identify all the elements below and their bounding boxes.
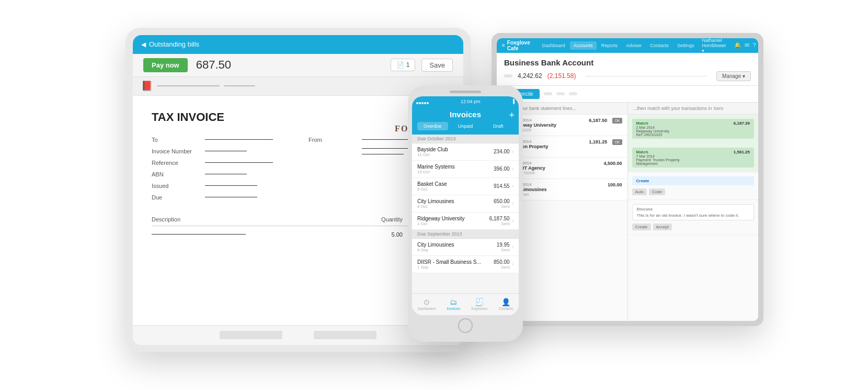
nav-accounts[interactable]: Accounts <box>570 41 597 50</box>
help-icon[interactable]: ? <box>752 42 756 49</box>
amount-display: 687.50 <box>196 58 231 72</box>
list-item-bayside[interactable]: Bayside Club 11 Oct 234.00 › <box>412 143 519 161</box>
account-stats: 4,242.62 (2,151.58) Manage ▾ <box>504 71 751 81</box>
pdf-icon: 📕 <box>141 80 153 92</box>
reconcile-bar: Reconcile <box>497 86 758 103</box>
field-invoice-number: Invoice Number <box>152 148 288 154</box>
field-issued: Issued <box>152 183 288 189</box>
section-sep: Due September 2013 <box>412 230 519 239</box>
bell-icon[interactable]: 🔔 <box>734 42 741 49</box>
monitor-nav[interactable]: Dashboard Accounts Reports Adviser Conta… <box>539 41 698 50</box>
pdf-filename-line <box>157 85 220 86</box>
nav-settings[interactable]: Settings <box>673 41 698 50</box>
discuss-card[interactable]: Discuss This is for an old invoice. I wa… <box>632 204 755 220</box>
tablet-top-bar: ◀ Outstanding bills <box>133 35 463 54</box>
split-right-header: ...then match with your transactions in … <box>628 103 759 115</box>
phone-screen: 12:04 pm ▐ Invoices + Overdue Unpaid Dra… <box>412 96 519 315</box>
phone-time: 12:04 pm <box>431 99 509 104</box>
ok-badge-1: OK <box>612 118 622 124</box>
action-chip2[interactable]: Code <box>649 188 665 195</box>
stat-chip1 <box>504 74 512 77</box>
back-arrow-icon[interactable]: ◀ <box>141 41 146 48</box>
tablet-bottom-btn1[interactable] <box>220 331 282 339</box>
phone-bottom-nav: ⊙ Dashboard 🗂 Invoices 🧾 Expenses 👤 Cont… <box>412 293 519 315</box>
nav-dashboard[interactable]: Dashboard <box>539 41 569 50</box>
manage-button[interactable]: Manage ▾ <box>716 71 751 81</box>
invoice-table-header: Description Quantity Unit Price <box>152 216 444 226</box>
invoice-col-left: To Invoice Number Reference ABN <box>152 137 288 206</box>
file-icon: 📄 <box>396 61 404 69</box>
create-card[interactable]: Create <box>632 176 755 185</box>
list-item-city-sep[interactable]: City Limousines 8 Sep 19.95 Sent › <box>412 239 519 256</box>
invoice-table-row: 5.00 125.00 <box>152 229 444 240</box>
file-count: 1 <box>406 61 410 69</box>
nav-contacts[interactable]: Contacts <box>646 41 672 50</box>
list-item-basket[interactable]: Basket Case 9 Oct 914.55 › <box>412 178 519 195</box>
pay-now-button[interactable]: Pay now <box>143 58 188 72</box>
list-item-diisr[interactable]: DIISR - Small Business S... 1 Sep 850.00… <box>412 256 519 273</box>
invoices-title: Invoices <box>417 110 513 119</box>
list-item-ridgeway[interactable]: Ridgeway University 1 Oct 6,187.50 Sent … <box>412 213 519 230</box>
stat-value1: 4,242.62 <box>518 72 542 80</box>
monitor-top-bar: ≡ Foxglove Cafe Dashboard Accounts Repor… <box>497 38 758 53</box>
page-title: Business Bank Account <box>504 58 751 67</box>
list-item-marine[interactable]: Marine Systems 10 Oct 396.00 › <box>412 161 519 178</box>
nav-dashboard[interactable]: ⊙ Dashboard <box>418 298 436 310</box>
match-group-2: Match 1,581.25 7 Mar 2014 Payment: Truxt… <box>628 143 759 172</box>
split-right-panel: ...then match with your transactions in … <box>628 103 759 321</box>
action-chip1[interactable]: Auto <box>632 188 647 195</box>
action-chip3[interactable]: Create <box>632 224 651 230</box>
tablet-action-bar: Pay now 687.50 📄 1 Save <box>133 54 463 77</box>
pdf-line2 <box>224 85 255 86</box>
phone-speaker <box>450 91 481 93</box>
match-card-2[interactable]: Match 1,581.25 7 Mar 2014 Payment: Truxt… <box>632 148 755 168</box>
monitor-icons: 🔔 ✉ ? <box>734 42 756 49</box>
mail-icon[interactable]: ✉ <box>745 42 749 49</box>
stat-separator <box>585 76 707 76</box>
tablet-bottom-btn2[interactable] <box>314 331 376 339</box>
create-group: Create Auto Code <box>628 172 759 200</box>
phone-nav-bar: Invoices + Overdue Unpaid Draft <box>412 107 519 135</box>
tab-draft[interactable]: Draft <box>483 122 513 130</box>
reconcile-chip2 <box>556 92 565 95</box>
field-to: To <box>152 137 288 143</box>
phone-home-button[interactable] <box>458 318 473 333</box>
phone-device: 12:04 pm ▐ Invoices + Overdue Unpaid Dra… <box>408 85 523 342</box>
tablet-top-bar-title: Outstanding bills <box>149 40 199 48</box>
monitor-brand: ≡ Foxglove Cafe <box>502 40 530 51</box>
field-abn: ABN <box>152 171 288 177</box>
file-count-button[interactable]: 📄 1 <box>391 59 416 71</box>
signal-dots <box>416 97 429 106</box>
tab-unpaid[interactable]: Unpaid <box>450 122 481 130</box>
monitor-content: Business Bank Account 4,242.62 (2,151.58… <box>497 53 758 321</box>
reconcile-chip1 <box>544 92 552 95</box>
monitor-page-header: Business Bank Account 4,242.62 (2,151.58… <box>497 53 758 86</box>
invoice-table: Description Quantity Unit Price 5.00 125… <box>152 216 444 240</box>
nav-adviser[interactable]: Adviser <box>622 41 645 50</box>
phone-status-bar: 12:04 pm ▐ <box>412 96 519 107</box>
nav-invoices[interactable]: 🗂 Invoices <box>447 298 460 310</box>
invoice-title: TAX INVOICE <box>152 110 224 124</box>
field-due: Due <box>152 194 288 200</box>
field-reference: Reference <box>152 160 288 166</box>
section-oct: Due October 2013 <box>412 135 519 143</box>
nav-contacts[interactable]: 👤 Contacts <box>499 298 513 310</box>
monitor-device: ≡ Foxglove Cafe Dashboard Accounts Repor… <box>492 33 763 326</box>
brand-name: Foxglove Cafe <box>507 40 530 51</box>
phone-tabs[interactable]: Overdue Unpaid Draft <box>417 122 513 130</box>
discuss-group: Discuss This is for an old invoice. I wa… <box>628 200 759 235</box>
nav-expenses[interactable]: 🧾 Expenses <box>471 298 487 310</box>
match-group-1: Match 6,187.39 2 Mar 2014 Ridgeway Unive… <box>628 115 759 143</box>
reconcile-chip3 <box>569 92 577 95</box>
ok-badge-2: OK <box>612 139 622 145</box>
nav-reports[interactable]: Reports <box>598 41 622 50</box>
match-card-1[interactable]: Match 6,187.39 2 Mar 2014 Ridgeway Unive… <box>632 119 755 139</box>
invoices-icon: 🗂 <box>450 298 457 306</box>
expenses-icon: 🧾 <box>475 298 484 306</box>
save-button[interactable]: Save <box>421 59 453 72</box>
tab-overdue[interactable]: Overdue <box>417 122 448 130</box>
phone-content: Due October 2013 Bayside Club 11 Oct 234… <box>412 135 519 293</box>
add-invoice-button[interactable]: + <box>509 110 515 121</box>
list-item-city-oct[interactable]: City Limousines 8 Oct 650.00 Sent › <box>412 195 519 213</box>
action-chip4[interactable]: Accept <box>653 224 672 230</box>
